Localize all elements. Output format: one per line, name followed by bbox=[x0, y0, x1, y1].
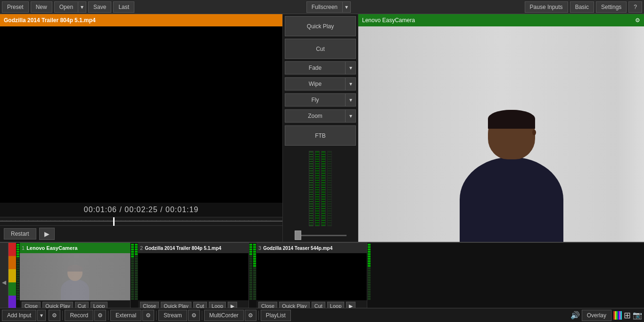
input-2-thumbnail bbox=[138, 253, 248, 300]
bottom-right-controls: 🔊 Overlay ⊞ 📷 bbox=[570, 310, 642, 321]
time-total: 00:02:25 bbox=[124, 206, 157, 214]
time-separator2: / bbox=[160, 206, 165, 214]
camera-section: Lenovo EasyCamera ⚙ bbox=[358, 14, 644, 242]
time-separator1: / bbox=[119, 206, 124, 214]
input-2-header: 2 Godzilla 2014 Trailer 804p 5.1.mp4 bbox=[138, 243, 248, 253]
video-title: Godzilla 2014 Trailer 804p 5.1.mp4 bbox=[0, 14, 282, 26]
fly-arrow-button[interactable]: ▾ bbox=[346, 93, 356, 107]
open-button[interactable]: Open bbox=[54, 1, 78, 13]
cut-button[interactable]: Cut bbox=[285, 39, 356, 59]
settings-button[interactable]: Settings bbox=[596, 1, 627, 13]
stream-button[interactable]: Stream bbox=[158, 310, 187, 321]
input-2-title: Godzilla 2014 Trailer 804p 5.1.mp4 bbox=[145, 246, 247, 251]
swatch-red[interactable] bbox=[8, 243, 16, 256]
volume-slider[interactable] bbox=[295, 231, 347, 240]
multicorder-gear-button[interactable]: ⚙ bbox=[245, 310, 256, 321]
person-ear-detail bbox=[532, 130, 536, 135]
wipe-group: Wipe ▾ bbox=[285, 77, 356, 91]
add-input-gear-button[interactable]: ⚙ bbox=[49, 310, 60, 321]
middle-row: Godzilla 2014 Trailer 804p 5.1.mp4 00:01… bbox=[0, 14, 644, 242]
grid-icon[interactable]: ⊞ bbox=[624, 310, 631, 321]
ftb-button[interactable]: FTB bbox=[285, 125, 356, 146]
add-input-arrow[interactable]: ▾ bbox=[37, 310, 46, 321]
playlist-button[interactable]: PlayList bbox=[261, 310, 291, 321]
fullscreen-split-button: Fullscreen ▾ bbox=[306, 1, 351, 13]
swatch-orange[interactable] bbox=[8, 256, 16, 269]
input-3-num: 3 bbox=[258, 245, 261, 251]
wipe-button[interactable]: Wipe bbox=[285, 77, 346, 91]
video-section: Godzilla 2014 Trailer 804p 5.1.mp4 00:01… bbox=[0, 14, 283, 242]
separator-1 bbox=[62, 311, 63, 320]
zoom-arrow-button[interactable]: ▾ bbox=[346, 109, 356, 123]
time-current: 00:01:06 bbox=[84, 206, 117, 214]
swatch-green[interactable] bbox=[8, 282, 16, 296]
zoom-group: Zoom ▾ bbox=[285, 109, 356, 123]
camera-window bbox=[616, 26, 644, 242]
video-timeline[interactable]: · · · · · · · · · · · · · · · · · · · · … bbox=[0, 217, 282, 225]
fade-group: Fade ▾ bbox=[285, 61, 356, 74]
open-split-button: Open ▾ bbox=[54, 1, 86, 13]
stream-gear-button[interactable]: ⚙ bbox=[188, 310, 200, 321]
fade-button[interactable]: Fade bbox=[285, 61, 346, 74]
basic-button[interactable]: Basic bbox=[570, 1, 594, 13]
last-button[interactable]: Last bbox=[113, 1, 134, 13]
color-bars-icon[interactable] bbox=[613, 311, 622, 320]
help-button[interactable]: ? bbox=[628, 1, 642, 13]
pause-inputs-button[interactable]: Pause Inputs bbox=[525, 1, 568, 13]
fullscreen-button[interactable]: Fullscreen bbox=[306, 1, 342, 13]
fly-button[interactable]: Fly bbox=[285, 93, 346, 107]
save-button[interactable]: Save bbox=[88, 1, 111, 13]
input-2-num: 2 bbox=[140, 245, 143, 251]
input-1-thumbnail bbox=[20, 253, 130, 300]
record-gear-button[interactable]: ⚙ bbox=[94, 310, 106, 321]
fade-arrow-button[interactable]: ▾ bbox=[346, 61, 356, 74]
input-1-header: 1 Lenovo EasyCamera bbox=[20, 243, 130, 253]
zoom-button[interactable]: Zoom bbox=[285, 109, 346, 123]
multicorder-button[interactable]: MultiCorder bbox=[204, 310, 244, 321]
input-3-title: Godzilla 2014 Teaser 544p.mp4 bbox=[263, 246, 365, 251]
screenshot-icon[interactable]: 📷 bbox=[633, 311, 642, 320]
person-figure bbox=[460, 161, 563, 242]
open-arrow-button[interactable]: ▾ bbox=[78, 1, 86, 13]
volume-icon[interactable]: 🔊 bbox=[570, 311, 580, 320]
preset-button[interactable]: Preset bbox=[2, 1, 29, 13]
time-remaining: 00:01:19 bbox=[165, 206, 198, 214]
camera-title-text: Lenovo EasyCamera bbox=[362, 17, 415, 24]
fly-group: Fly ▾ bbox=[285, 93, 356, 107]
input-3-thumbnail bbox=[256, 253, 367, 300]
separator-5 bbox=[258, 311, 259, 320]
timeline-playhead[interactable] bbox=[113, 217, 115, 226]
new-button[interactable]: New bbox=[31, 1, 52, 13]
right-buttons: Pause Inputs Basic Settings ? bbox=[525, 1, 642, 13]
camera-feed bbox=[358, 26, 644, 242]
record-button[interactable]: Record bbox=[65, 310, 93, 321]
wipe-arrow-button[interactable]: ▾ bbox=[346, 77, 356, 91]
swatch-yellow[interactable] bbox=[8, 269, 16, 282]
camera-title-bar: Lenovo EasyCamera ⚙ bbox=[358, 14, 644, 26]
external-button[interactable]: External bbox=[110, 310, 141, 321]
fullscreen-arrow-button[interactable]: ▾ bbox=[342, 1, 351, 13]
add-input-group: Add Input ▾ bbox=[2, 310, 46, 321]
add-input-button[interactable]: Add Input bbox=[2, 310, 36, 321]
person-hair bbox=[488, 110, 535, 129]
quick-play-button[interactable]: Quick Play bbox=[285, 16, 356, 36]
separator-4 bbox=[202, 311, 202, 320]
person-body bbox=[460, 157, 563, 242]
camera-content bbox=[358, 26, 644, 242]
bottom-bar: Add Input ▾ ⚙ Record ⚙ External ⚙ Stream… bbox=[0, 308, 644, 322]
play-button[interactable]: ▶ bbox=[39, 228, 55, 240]
swatch-purple[interactable] bbox=[8, 296, 16, 309]
transition-section: Quick Play Cut Fade ▾ Wipe ▾ Fly ▾ Zoom … bbox=[283, 14, 358, 242]
input-3-header: 3 Godzilla 2014 Teaser 544p.mp4 bbox=[256, 243, 367, 253]
camera-gear-icon[interactable]: ⚙ bbox=[635, 17, 640, 24]
volume-track bbox=[301, 235, 347, 236]
separator-3 bbox=[156, 311, 157, 320]
overlay-button[interactable]: Overlay bbox=[582, 310, 611, 321]
volume-handle[interactable] bbox=[295, 231, 301, 240]
top-bar: Preset New Open ▾ Save Last Fullscreen ▾… bbox=[0, 0, 644, 14]
level-meters bbox=[309, 151, 332, 226]
video-controls: Restart ▶ bbox=[0, 225, 282, 242]
input-1-title: Lenovo EasyCamera bbox=[26, 245, 128, 251]
restart-button[interactable]: Restart bbox=[4, 228, 36, 239]
external-gear-button[interactable]: ⚙ bbox=[142, 310, 154, 321]
